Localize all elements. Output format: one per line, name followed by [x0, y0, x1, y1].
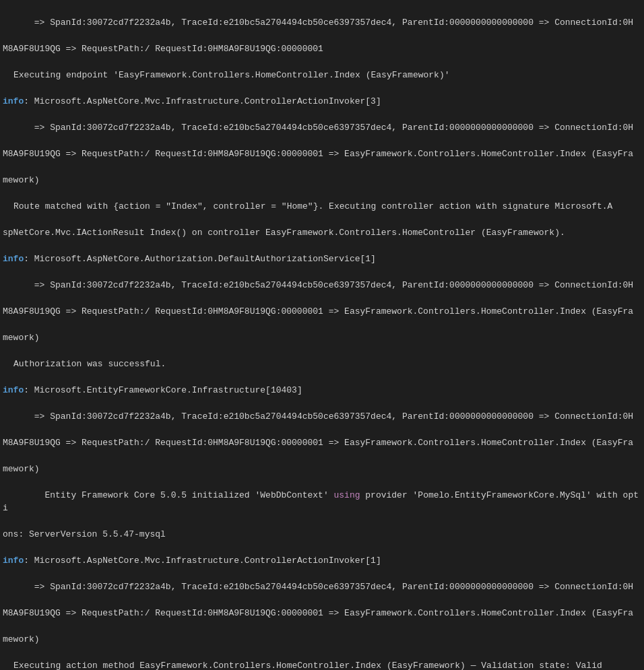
log-text: => SpanId:30072cd7f2232a4b, TraceId:e210… — [3, 411, 633, 422]
log-text: Authorization was successful. — [13, 359, 166, 369]
log-text: mework) — [3, 175, 40, 185]
log-container: => SpanId:30072cd7f2232a4b, TraceId:e210… — [0, 0, 644, 670]
log-line: M8A9F8U19QG => RequestPath:/ RequestId:0… — [0, 147, 644, 161]
log-text: : Microsoft.AspNetCore.Mvc.Infrastructur… — [24, 556, 381, 566]
log-text: : Microsoft.EntityFrameworkCore.Infrastr… — [24, 385, 302, 395]
log-text: => SpanId:30072cd7f2232a4b, TraceId:e210… — [3, 280, 633, 290]
log-line: info: Microsoft.EntityFrameworkCore.Infr… — [0, 384, 644, 397]
log-text: M8A9F8U19QG => RequestPath:/ RequestId:0… — [3, 306, 633, 316]
log-line: spNetCore.Mvc.IActionResult Index() on c… — [0, 226, 644, 240]
log-text-before: Entity Framework Core 5.0.5 initialized … — [3, 490, 334, 500]
log-text: => SpanId:30072cd7f2232a4b, TraceId:e210… — [3, 582, 633, 592]
log-text: mework) — [3, 464, 40, 474]
log-line: mework) — [0, 463, 644, 476]
log-line: => SpanId:30072cd7f2232a4b, TraceId:e210… — [0, 16, 644, 30]
info-badge: info — [3, 96, 24, 106]
log-line: Route matched with {action = "Index", co… — [0, 200, 644, 213]
log-line: M8A9F8U19QG => RequestPath:/ RequestId:0… — [0, 42, 644, 56]
log-using-keyword: using — [334, 490, 360, 500]
log-line: => SpanId:30072cd7f2232a4b, TraceId:e210… — [0, 410, 644, 424]
log-text: spNetCore.Mvc.IActionResult Index() on c… — [3, 228, 565, 238]
log-text: ons: ServerVersion 5.5.47-mysql — [3, 529, 166, 539]
log-line: M8A9F8U19QG => RequestPath:/ RequestId:0… — [0, 607, 644, 620]
log-line: info: Microsoft.AspNetCore.Authorization… — [0, 253, 644, 266]
log-line: => SpanId:30072cd7f2232a4b, TraceId:e210… — [0, 121, 644, 135]
log-line: Executing endpoint 'EasyFramework.Contro… — [0, 69, 644, 82]
log-text: mework) — [3, 634, 40, 644]
log-line: info: Microsoft.AspNetCore.Mvc.Infrastru… — [0, 95, 644, 108]
log-text: M8A9F8U19QG => RequestPath:/ RequestId:0… — [3, 438, 633, 448]
log-line: Executing action method EasyFramework.Co… — [0, 659, 644, 670]
log-line: mework) — [0, 174, 644, 187]
log-line: mework) — [0, 331, 644, 345]
log-text: Route matched with {action = "Index", co… — [13, 201, 612, 211]
log-line: mework) — [0, 633, 644, 646]
log-line: ons: ServerVersion 5.5.47-mysql — [0, 528, 644, 541]
log-line: => SpanId:30072cd7f2232a4b, TraceId:e210… — [0, 279, 644, 292]
log-text: : Microsoft.AspNetCore.Authorization.Def… — [24, 254, 376, 264]
info-badge: info — [3, 385, 24, 395]
info-badge: info — [3, 254, 24, 264]
log-line: M8A9F8U19QG => RequestPath:/ RequestId:0… — [0, 305, 644, 319]
log-text: Executing endpoint 'EasyFramework.Contro… — [13, 70, 450, 80]
log-text: mework) — [3, 333, 40, 343]
log-text: Executing action method EasyFramework.Co… — [13, 661, 602, 670]
log-text: M8A9F8U19QG => RequestPath:/ RequestId:0… — [3, 149, 633, 159]
log-text: => SpanId:30072cd7f2232a4b, TraceId:e210… — [3, 18, 633, 28]
log-line: info: Microsoft.AspNetCore.Mvc.Infrastru… — [0, 554, 644, 568]
log-line: Entity Framework Core 5.0.5 initialized … — [0, 489, 644, 515]
log-text: M8A9F8U19QG => RequestPath:/ RequestId:0… — [3, 608, 633, 618]
info-badge: info — [3, 556, 24, 566]
log-text: M8A9F8U19QG => RequestPath:/ RequestId:0… — [3, 44, 323, 54]
log-line: => SpanId:30072cd7f2232a4b, TraceId:e210… — [0, 580, 644, 594]
log-text: => SpanId:30072cd7f2232a4b, TraceId:e210… — [3, 123, 633, 133]
log-line: M8A9F8U19QG => RequestPath:/ RequestId:0… — [0, 436, 644, 450]
log-text: : Microsoft.AspNetCore.Mvc.Infrastructur… — [24, 96, 381, 106]
log-line: Authorization was successful. — [0, 358, 644, 371]
